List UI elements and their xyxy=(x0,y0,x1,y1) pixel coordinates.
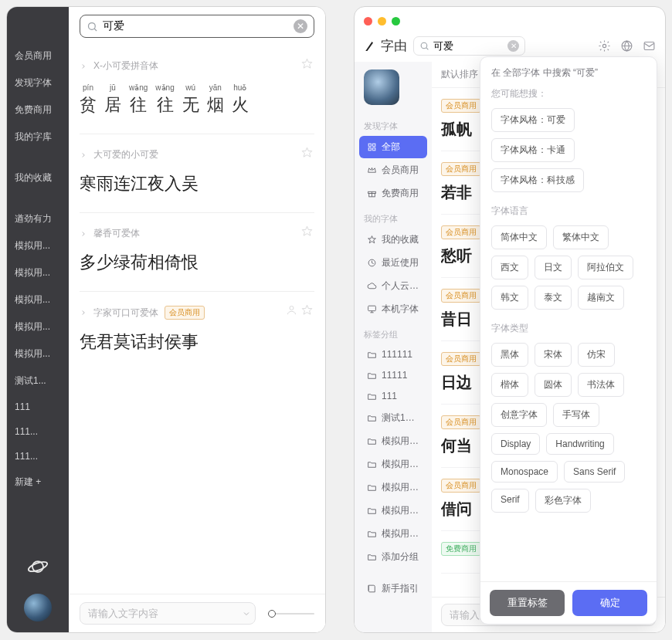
type-chip[interactable]: 楷体 xyxy=(491,373,528,397)
maybe-chips: 字体风格：可爱字体风格：卡通字体风格：科技感 xyxy=(491,108,646,192)
sidebar-item[interactable]: 会员商用 xyxy=(7,42,69,69)
sidebar-item[interactable]: 免费商用 xyxy=(7,97,69,124)
sidebar-item[interactable]: 111... xyxy=(7,419,69,444)
reset-button[interactable]: 重置标签 xyxy=(490,590,565,616)
sidebar-item[interactable]: 新建 + xyxy=(7,469,69,496)
chevron-down-icon[interactable] xyxy=(242,609,251,618)
type-chip[interactable]: Monospace xyxy=(491,461,558,483)
star-icon[interactable] xyxy=(301,225,313,237)
gear-icon[interactable] xyxy=(598,39,611,52)
sidebar-item[interactable]: 模拟用... xyxy=(7,313,69,340)
type-chip[interactable]: 手写体 xyxy=(553,403,599,427)
suggest-chip[interactable]: 字体风格：卡通 xyxy=(491,138,575,162)
sidebar-tag-item[interactable]: 模拟用户3 xyxy=(359,476,427,499)
lang-chip[interactable]: 繁体中文 xyxy=(553,225,609,249)
sidebar-item-label: 111111 xyxy=(382,349,412,360)
font-block[interactable]: 大可爱的小可爱寒雨连江夜入吴 xyxy=(80,134,314,212)
sidebar-item-star[interactable]: 我的收藏 xyxy=(359,229,427,251)
lang-chip[interactable]: 日文 xyxy=(535,256,572,279)
font-block[interactable]: 馨香可爱体多少绿荷相倚恨 xyxy=(80,212,314,291)
size-slider[interactable] xyxy=(268,613,314,615)
sidebar-tag-item[interactable]: 11111 xyxy=(359,365,427,385)
sidebar-item-label: 111 xyxy=(382,391,397,401)
sidebar-item[interactable]: 模拟用... xyxy=(7,340,69,367)
mail-icon[interactable] xyxy=(643,39,656,52)
font-block[interactable]: 字家可口可爱体会员商用凭君莫话封侯事 xyxy=(80,291,314,371)
right-search-input[interactable] xyxy=(433,40,504,52)
person-icon[interactable] xyxy=(286,304,297,316)
type-chip[interactable]: 仿宋 xyxy=(578,343,615,367)
type-chip[interactable]: 书法体 xyxy=(578,373,624,397)
type-chip[interactable]: Sans Serif xyxy=(564,461,625,483)
lang-chip[interactable]: 越南文 xyxy=(578,286,624,310)
svg-rect-17 xyxy=(373,148,375,151)
type-chip[interactable]: Display xyxy=(491,433,540,455)
type-chip[interactable]: Handwriting xyxy=(546,433,613,455)
sidebar-item[interactable]: 我的收藏 xyxy=(7,164,69,191)
left-search-input[interactable] xyxy=(103,20,289,32)
sidebar-tag-item[interactable]: 111111 xyxy=(359,344,427,364)
zoom-dot[interactable] xyxy=(392,17,400,25)
type-chip[interactable]: 宋体 xyxy=(535,343,572,367)
top-icons xyxy=(598,39,656,52)
font-sample: pín贫jū居wǎng往wǎng往wú无yān烟huǒ火 xyxy=(80,83,314,117)
sidebar-tag-item[interactable]: 模拟用户2 xyxy=(359,499,427,522)
sidebar-item[interactable]: 遒劲有力 xyxy=(7,205,69,232)
lang-chip[interactable]: 阿拉伯文 xyxy=(578,256,633,279)
sidebar-item-gift[interactable]: 免费商用 xyxy=(359,182,427,205)
lang-chip[interactable]: 西文 xyxy=(491,256,528,279)
sidebar-tag-item[interactable]: 模拟用户1 xyxy=(359,523,427,545)
clear-icon[interactable]: ✕ xyxy=(294,19,307,33)
sidebar-item-label: 免费商用 xyxy=(382,187,419,200)
preview-text-input[interactable] xyxy=(80,602,256,625)
left-search: ✕ xyxy=(80,15,314,38)
globe-icon[interactable] xyxy=(620,39,633,52)
sidebar-tag-item[interactable]: 添加分组 xyxy=(359,546,427,568)
sidebar-item[interactable]: 111... xyxy=(7,444,69,469)
type-chip[interactable]: 彩色字体 xyxy=(535,489,591,513)
search-icon xyxy=(419,41,429,51)
sidebar-item[interactable]: 模拟用... xyxy=(7,232,69,259)
suggest-chip[interactable]: 字体风格：可爱 xyxy=(491,108,575,132)
lang-chip[interactable]: 泰文 xyxy=(535,286,572,310)
search-icon xyxy=(87,21,98,32)
avatar[interactable] xyxy=(24,594,52,621)
sidebar-item-monitor[interactable]: 本机字体 xyxy=(359,298,427,320)
minimize-dot[interactable] xyxy=(378,17,386,25)
sidebar-item-grid[interactable]: 全部 xyxy=(359,136,427,158)
suggest-chip[interactable]: 字体风格：科技感 xyxy=(491,168,584,192)
font-block[interactable]: X-小可爱拼音体pín贫jū居wǎng往wǎng往wú无yān烟huǒ火 xyxy=(80,46,314,134)
sidebar-item[interactable]: 111 xyxy=(7,394,69,419)
close-dot[interactable] xyxy=(364,17,372,25)
sidebar-item[interactable]: 模拟用... xyxy=(7,286,69,313)
sidebar-item[interactable]: 测试1... xyxy=(7,367,69,394)
type-chip[interactable]: Serif xyxy=(491,489,529,513)
folder-icon xyxy=(367,529,377,539)
font-sample: 寒雨连江夜入吴 xyxy=(80,172,314,195)
type-chip[interactable]: 黑体 xyxy=(491,343,528,367)
sidebar-tag-item[interactable]: 测试1111 xyxy=(359,407,427,429)
lang-chip[interactable]: 简体中文 xyxy=(491,225,547,249)
sidebar-item-crown[interactable]: 会员商用 xyxy=(359,159,427,181)
avatar-box[interactable] xyxy=(355,66,432,113)
sidebar-item-clock[interactable]: 最近使用 xyxy=(359,252,427,274)
sidebar-item-cloud[interactable]: 个人云字库 xyxy=(359,275,427,297)
type-chip[interactable]: 圆体 xyxy=(535,373,572,397)
sidebar-item[interactable]: 发现字体 xyxy=(7,69,69,97)
sidebar-guide[interactable]: 新手指引 xyxy=(359,577,427,600)
star-icon[interactable] xyxy=(301,304,313,316)
sidebar-tag-item[interactable]: 模拟用户4 xyxy=(359,453,427,476)
font-sample: 多少绿荷相倚恨 xyxy=(80,251,314,274)
type-chip[interactable]: 创意字体 xyxy=(491,403,547,427)
sidebar-tag-item[interactable]: 111 xyxy=(359,386,427,406)
search-hint[interactable]: 在 全部字体 中搜索 “可爱” xyxy=(491,66,646,80)
star-icon[interactable] xyxy=(301,147,313,158)
ok-button[interactable]: 确定 xyxy=(572,590,647,616)
sidebar-item[interactable]: 模拟用... xyxy=(7,259,69,286)
star-icon[interactable] xyxy=(301,58,313,69)
sidebar-tag-item[interactable]: 模拟用户5 xyxy=(359,430,427,452)
clear-icon[interactable]: ✕ xyxy=(507,40,519,52)
sidebar-item[interactable]: 我的字库 xyxy=(7,124,69,151)
planet-icon[interactable] xyxy=(27,556,49,580)
lang-chip[interactable]: 韩文 xyxy=(491,286,528,310)
